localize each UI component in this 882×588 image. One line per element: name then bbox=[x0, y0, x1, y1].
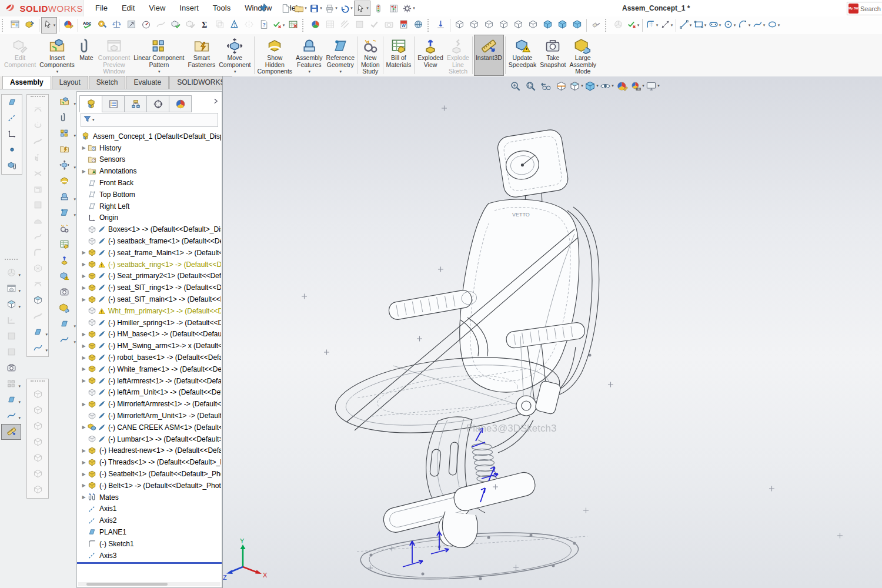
instant3d-icon[interactable] bbox=[1, 424, 21, 440]
stripe-icon[interactable] bbox=[338, 18, 352, 33]
preview-win-icon[interactable]: ▾ bbox=[1, 281, 21, 297]
tree-item[interactable]: Axis2 bbox=[78, 514, 221, 526]
tree-horizontal-scrollbar[interactable] bbox=[78, 582, 220, 586]
asm-feat-icon[interactable]: ▾ bbox=[52, 189, 76, 205]
check-icon[interactable] bbox=[367, 18, 382, 33]
vcube-icon[interactable] bbox=[482, 18, 496, 33]
tab-evaluate[interactable]: Evaluate bbox=[126, 76, 169, 89]
tree-item[interactable]: ▶(-) MirrorleftArmrest<1> -> (Default< bbox=[78, 398, 221, 410]
tree-item[interactable]: (-) MirrorleftArm_Unit<1> -> (Default bbox=[78, 410, 221, 422]
plane-solid-icon[interactable]: ▾ bbox=[52, 316, 76, 332]
origin-icon[interactable] bbox=[2, 126, 22, 142]
vcube-icon[interactable] bbox=[467, 18, 482, 33]
gauge-icon[interactable] bbox=[139, 18, 153, 33]
tree-item[interactable]: ▶AAnnotations bbox=[78, 165, 221, 177]
verify-icon[interactable]: ▾ bbox=[626, 18, 640, 33]
section-prop-icon[interactable] bbox=[124, 18, 139, 33]
ref-geom-icon[interactable]: ▾ bbox=[52, 205, 76, 221]
tree-item[interactable]: Top Bottom bbox=[78, 189, 221, 201]
sweep-icon[interactable] bbox=[27, 134, 48, 150]
insert-components-button[interactable]: InsertComponents▾ bbox=[38, 35, 76, 76]
tab-sketch[interactable]: Sketch bbox=[89, 76, 126, 89]
spline-icon[interactable]: ▾ bbox=[1, 408, 21, 424]
seatback[interactable] bbox=[460, 199, 579, 392]
tree-item[interactable]: ▶(-) HM_Swing_arm<1>-> x (Default<< bbox=[78, 340, 221, 352]
tree-item[interactable]: ▶History bbox=[78, 142, 221, 154]
cursor-icon[interactable]: ▾ bbox=[41, 17, 57, 34]
largeasm-icon[interactable] bbox=[52, 300, 76, 316]
exploded-icon[interactable] bbox=[52, 253, 76, 269]
doc-new-icon[interactable] bbox=[278, 1, 293, 15]
panel-tab-assembly[interactable] bbox=[79, 95, 102, 112]
new-motion-study-button[interactable]: NewMotionStudy bbox=[359, 35, 382, 76]
abc-icon[interactable]: Abc bbox=[80, 18, 95, 33]
table-x-icon[interactable] bbox=[286, 18, 300, 33]
tree-item[interactable]: ▶(-) Seatbelt<1> (Default<<Default>_Phot… bbox=[78, 468, 221, 480]
save-icon[interactable]: ▾ bbox=[308, 1, 323, 15]
tree-item[interactable]: (-) leftArm_Unit<1> -> (Default<<Def bbox=[78, 387, 221, 399]
search-input[interactable]: Search M bbox=[860, 5, 882, 12]
vcube-icon[interactable] bbox=[27, 403, 48, 419]
seat-hub-knob[interactable] bbox=[516, 396, 536, 416]
curvature-icon[interactable] bbox=[153, 18, 168, 33]
tree-item[interactable]: Sensors bbox=[78, 154, 221, 166]
tree-item[interactable]: ▶(-) Threads<1> -> (Default<<Default>_Ph bbox=[78, 456, 221, 468]
cube-check-icon[interactable] bbox=[183, 18, 198, 33]
tree-item[interactable]: ▶(-) White_frame<1> -> (Default<<Def bbox=[78, 363, 221, 375]
tree-item[interactable]: Boxes<1> -> (Default<<Default>_Disp bbox=[78, 223, 221, 235]
vcube-solid-icon[interactable] bbox=[555, 18, 570, 33]
traffic-icon[interactable] bbox=[370, 1, 386, 15]
flashlight-icon[interactable] bbox=[589, 18, 603, 33]
model-chair-wireframe[interactable]: VETTO bbox=[223, 89, 882, 587]
lin-pattern-icon[interactable]: ▾ bbox=[52, 126, 76, 142]
panel-tab-pt-list[interactable] bbox=[102, 95, 125, 112]
tab-layout[interactable]: Layout bbox=[52, 76, 88, 89]
update-speedpak-button[interactable]: UpdateSpeedpak bbox=[507, 35, 538, 76]
abacus-icon[interactable] bbox=[386, 1, 401, 15]
tree-item[interactable]: (-) Sketch1 bbox=[78, 538, 221, 550]
panel-tab-colorball[interactable] bbox=[169, 95, 192, 112]
doc-q-icon[interactable]: ? bbox=[256, 18, 271, 33]
render-icon[interactable] bbox=[308, 18, 323, 33]
tree-item[interactable]: ▶(-) robot_base<1> -> (Default<<Defau bbox=[78, 352, 221, 363]
circle-sk-icon[interactable]: ▾ bbox=[722, 18, 737, 33]
tree-item[interactable]: Axis1 bbox=[78, 503, 221, 515]
smart-fasteners-button[interactable]: SmartFasteners bbox=[186, 35, 218, 76]
show-hidden-components-button[interactable]: ShowHiddenComponents bbox=[256, 35, 295, 76]
tree-item[interactable]: Axis3 bbox=[78, 550, 221, 562]
menu-tools[interactable]: Tools bbox=[206, 0, 238, 16]
vcube-icon[interactable] bbox=[526, 18, 540, 33]
plane-solid-icon[interactable] bbox=[2, 95, 22, 111]
square-icon[interactable] bbox=[1, 345, 21, 360]
square-icon[interactable] bbox=[352, 18, 367, 33]
square-icon[interactable] bbox=[1, 329, 21, 345]
extrude-icon[interactable] bbox=[27, 150, 48, 166]
tree-item[interactable]: (-) Lumbar<1> -> (Default<<Default> bbox=[78, 433, 221, 445]
tree-item[interactable]: ▶(-) seat_SIT_ring<1> -> (Default<<Def bbox=[78, 282, 221, 293]
tree-item[interactable]: ▶(-) seatback_ring<1> -> (Default<<De bbox=[78, 259, 221, 270]
point-icon[interactable] bbox=[2, 142, 22, 158]
cursor-icon[interactable]: ▾ bbox=[354, 1, 370, 16]
tree-item[interactable]: (-) seatback_frame<1> (Default<<Def bbox=[78, 235, 221, 247]
menu-insert[interactable]: Insert bbox=[172, 0, 206, 16]
filter-funnel-icon[interactable] bbox=[83, 115, 92, 125]
vcube-icon[interactable] bbox=[452, 18, 467, 33]
slot-icon[interactable]: ▾ bbox=[707, 18, 722, 33]
vcube-face-icon[interactable] bbox=[27, 293, 48, 309]
flex-icon[interactable] bbox=[27, 229, 48, 245]
verify-icon[interactable]: ▾ bbox=[271, 18, 286, 33]
draft-icon[interactable] bbox=[227, 18, 242, 33]
vcube-icon[interactable] bbox=[27, 450, 48, 466]
menu-view[interactable]: View bbox=[142, 0, 172, 16]
panel-tabs-more-icon[interactable] bbox=[212, 98, 219, 106]
speedpak-icon[interactable] bbox=[52, 269, 76, 285]
ball-gray-icon[interactable] bbox=[611, 18, 626, 33]
rollback-bar[interactable] bbox=[77, 562, 222, 564]
show-hidden-icon[interactable] bbox=[52, 173, 76, 189]
panel-tab-pt-target[interactable] bbox=[146, 95, 169, 112]
vcube-icon[interactable] bbox=[27, 482, 48, 498]
line-sk-icon[interactable]: ▾ bbox=[678, 18, 693, 33]
tree-item[interactable]: ▶(-) HM_base<1> -> (Default<<Default bbox=[78, 329, 221, 340]
instant3d-button[interactable]: Instant3D bbox=[474, 35, 504, 76]
bracket-icon[interactable] bbox=[1, 313, 21, 329]
